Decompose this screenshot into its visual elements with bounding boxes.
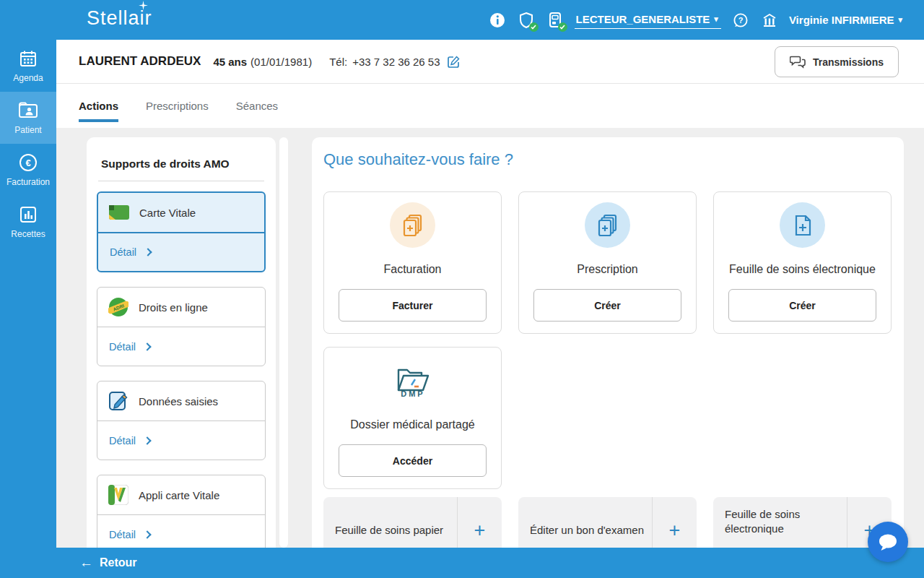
footer-bar: ← Retour [0, 548, 924, 578]
scrollbar[interactable] [279, 137, 288, 548]
reader-selector[interactable]: LECTEUR_GENERALISTE ▾ [575, 12, 721, 29]
svg-text:€: € [25, 158, 30, 168]
quick-tile-bon-examen[interactable]: Éditer un bon d'examen + [518, 497, 697, 548]
add-feuille-soins-papier-button[interactable]: + [457, 497, 502, 548]
organization-icon[interactable] [760, 11, 779, 30]
top-bar: Stellair LECTEUR_GENERALISTE ▾ ? [0, 0, 924, 40]
quick-tile-fse[interactable]: Feuille de soins électronique + [713, 497, 892, 548]
help-bubble-icon[interactable]: ? [731, 11, 750, 30]
chevron-right-icon [143, 342, 151, 350]
carte-vitale-icon [109, 205, 129, 220]
chevron-right-icon [143, 530, 151, 538]
support-card-main[interactable]: ADRI Droits en ligne [97, 288, 265, 327]
chevron-right-icon [144, 248, 152, 256]
action-card-label: Facturation [383, 263, 441, 276]
support-card-appli-carte-vitale: Appli carte Vitale Détail [97, 475, 266, 548]
action-card-dmp: DMP Dossier médical partagé Accéder [323, 347, 502, 489]
detail-label: Détail [109, 529, 136, 540]
invoice-stack-icon [390, 202, 435, 248]
support-card-main[interactable]: Carte Vitale [98, 193, 264, 232]
add-bon-examen-button[interactable]: + [652, 497, 697, 548]
tab-prescriptions[interactable]: Prescriptions [146, 84, 209, 128]
supports-panel-title: Supports de droits AMO [97, 149, 266, 181]
support-card-main[interactable]: Données saisies [97, 381, 265, 420]
quick-tile-feuille-soins-papier[interactable]: Feuille de soins papier + [323, 497, 502, 548]
dmp-folder-icon: DMP [390, 358, 435, 403]
action-card-label: Dossier médical partagé [350, 418, 475, 431]
creer-prescription-button[interactable]: Créer [533, 289, 681, 322]
action-card-prescription: Prescription Créer [518, 191, 697, 334]
creer-fse-button[interactable]: Créer [728, 289, 876, 322]
support-card-label: Carte Vitale [139, 207, 196, 219]
support-card-label: Droits en ligne [139, 301, 208, 314]
chevron-down-icon: ▾ [714, 15, 718, 23]
detail-label: Détail [109, 341, 136, 353]
support-card-main[interactable]: Appli carte Vitale [97, 475, 265, 514]
transmissions-button[interactable]: Transmissions [775, 46, 899, 77]
back-arrow-icon: ← [79, 555, 93, 571]
chevron-down-icon: ▾ [898, 16, 902, 24]
card-reader-icon[interactable] [546, 11, 565, 30]
chat-bubble-icon [877, 532, 899, 552]
stellair-logo: Stellair [87, 7, 152, 30]
user-menu[interactable]: Virginie INFIRMIERE ▾ [789, 14, 902, 26]
support-card-carte-vitale: Carte Vitale Détail [97, 191, 266, 272]
back-label: Retour [100, 556, 137, 569]
prescription-stack-icon [585, 202, 630, 248]
support-card-droits-en-ligne: ADRI Droits en ligne Détail [97, 287, 266, 366]
calendar-icon [19, 49, 38, 68]
supports-panel: Supports de droits AMO Carte Vitale Déta… [87, 137, 276, 548]
quick-tile-label: Feuille de soins électronique [713, 497, 847, 548]
user-name: Virginie INFIRMIERE [789, 14, 894, 26]
action-card-facturation: Facturation Facturer [323, 191, 502, 334]
tab-seances[interactable]: Séances [236, 84, 278, 128]
sidebar-item-recettes[interactable]: Recettes [0, 196, 56, 248]
patient-age: 45 ans [213, 56, 247, 68]
note-pencil-icon [108, 391, 128, 411]
detail-label: Détail [109, 435, 136, 447]
quick-tile-label: Feuille de soins papier [323, 497, 457, 548]
patient-folder-icon [18, 101, 38, 120]
chat-fab-button[interactable] [868, 522, 908, 562]
svg-text:?: ? [738, 16, 744, 25]
sidebar-item-label: Facturation [6, 177, 50, 187]
edit-phone-icon[interactable] [447, 55, 461, 69]
detail-link-carte-vitale[interactable]: Détail [98, 232, 264, 271]
sidebar-item-label: Agenda [13, 73, 43, 83]
detail-link-droits-en-ligne[interactable]: Détail [97, 327, 265, 366]
phone-number: +33 7 32 36 26 53 [352, 56, 440, 68]
sidebar-item-label: Patient [14, 125, 41, 135]
support-card-label: Données saisies [139, 395, 218, 407]
bar-chart-icon [19, 205, 38, 224]
detail-link-donnees-saisies[interactable]: Détail [97, 420, 265, 460]
sparkle-icon [139, 1, 148, 10]
content-area: Supports de droits AMO Carte Vitale Déta… [56, 128, 924, 548]
top-right-cluster: LECTEUR_GENERALISTE ▾ ? Virginie INFIRMI… [488, 0, 903, 40]
acceder-dmp-button[interactable]: Accéder [339, 444, 487, 477]
sidebar: Agenda Patient € Facturation Recettes [0, 40, 56, 548]
dmp-text: DMP [401, 389, 424, 397]
patient-header: LAURENT ADRDEUX 45 ans (01/01/1981) Tél:… [56, 40, 924, 84]
care-sheet-icon [780, 202, 825, 248]
logo-text: Stellair [87, 7, 152, 29]
page-title: Que souhaitez-vous faire ? [323, 150, 513, 169]
transmissions-label: Transmissions [813, 56, 884, 68]
detail-link-appli-carte-vitale[interactable]: Détail [97, 514, 265, 548]
sidebar-item-facturation[interactable]: € Facturation [0, 144, 56, 196]
action-card-label: Feuille de soins électronique [729, 263, 876, 276]
tab-bar: Actions Prescriptions Séances [56, 84, 924, 128]
euro-circle-icon: € [19, 153, 38, 172]
shield-security-icon[interactable] [517, 11, 536, 30]
sidebar-item-agenda[interactable]: Agenda [0, 40, 56, 92]
actions-panel: Que souhaitez-vous faire ? Facturation F… [312, 137, 904, 548]
sidebar-item-patient[interactable]: Patient [0, 92, 56, 144]
chevron-right-icon [143, 436, 151, 444]
info-icon[interactable] [488, 11, 507, 30]
back-button[interactable]: ← Retour [79, 555, 137, 571]
tab-actions[interactable]: Actions [79, 84, 118, 128]
phone-label: Tél: [329, 56, 347, 68]
facturer-button[interactable]: Facturer [339, 289, 487, 322]
appli-carte-vitale-icon [108, 485, 128, 505]
adri-icon: ADRI [108, 297, 128, 317]
action-card-label: Prescription [577, 263, 637, 276]
